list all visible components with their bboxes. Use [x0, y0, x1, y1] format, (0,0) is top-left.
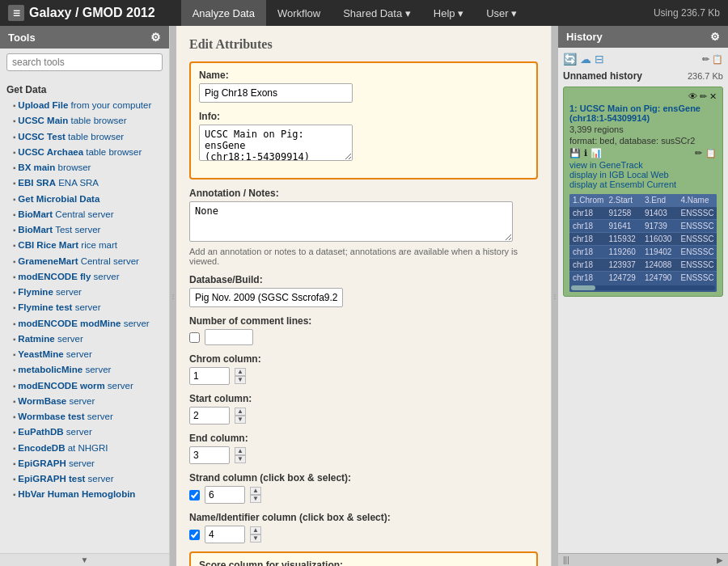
strand-up-arrow[interactable]: ▲ — [250, 487, 261, 495]
history-item-chart-icon[interactable]: 📊 — [590, 148, 602, 158]
comment-lines-label: Number of comment lines: — [189, 315, 538, 327]
chrom-down-arrow[interactable]: ▼ — [235, 376, 246, 384]
history-pencil-icon[interactable]: ✏ — [702, 54, 709, 64]
database-input[interactable] — [189, 288, 343, 307]
history-cloud-icon[interactable]: ☁ — [580, 53, 591, 65]
strand-input[interactable] — [205, 486, 245, 504]
scrollbar-track — [571, 285, 715, 290]
sidebar-link-flymine-test[interactable]: Flymine test server — [6, 300, 163, 315]
name-id-up-arrow[interactable]: ▲ — [250, 526, 261, 534]
history-bottom-right[interactable]: ▶ — [717, 555, 723, 564]
nav-shared-data[interactable]: Shared Data ▾ — [332, 0, 422, 26]
table-row: chr18 123937 124088 ENSSSCT00000017 — [569, 258, 717, 271]
history-refresh-icon[interactable]: 🔄 — [563, 53, 577, 65]
sidebar-link-modencode-worm[interactable]: modENCODE worm server — [6, 378, 163, 394]
start-input[interactable] — [189, 407, 230, 424]
history-gear-icon[interactable]: ⚙ — [710, 31, 720, 43]
annotation-label: Annotation / Notes: — [189, 188, 538, 199]
sidebar-link-flymine[interactable]: Flymine server — [6, 285, 163, 300]
history-item-info-icon[interactable]: ℹ — [584, 148, 587, 158]
name-input[interactable] — [199, 83, 353, 103]
sidebar-link-wormbase-test[interactable]: Wormbase test server — [6, 409, 163, 424]
chrom-up-arrow[interactable]: ▲ — [235, 368, 246, 376]
sidebar-scroll-down[interactable]: ▼ — [0, 553, 169, 566]
display-igb-link[interactable]: display in IGB Local Web — [569, 170, 669, 180]
nav-help[interactable]: Help ▾ — [422, 0, 475, 26]
end-down-arrow[interactable]: ▼ — [235, 455, 246, 463]
page-title: Edit Attributes — [189, 37, 538, 52]
history-item-1: 👁 ✏ ✕ 1: UCSC Main on Pig: ensGene (chr1… — [563, 87, 723, 297]
history-copy-icon[interactable]: 📋 — [712, 54, 723, 64]
strand-down-arrow[interactable]: ▼ — [250, 495, 261, 503]
sidebar-link-wormbase[interactable]: WormBase server — [6, 394, 163, 409]
annotation-group: Annotation / Notes: None Add an annotati… — [189, 188, 538, 266]
sidebar-link-biomart-central[interactable]: BioMart Central server — [6, 207, 163, 222]
nav-analyze-data[interactable]: Analyze Data — [181, 0, 266, 26]
end-up-arrow[interactable]: ▲ — [235, 447, 246, 455]
history-item-copy2-icon[interactable]: 📋 — [705, 148, 717, 158]
history-item-title[interactable]: 1: UCSC Main on Pig: ensGene (chr18:1-54… — [569, 103, 717, 123]
sidebar-link-epigraph[interactable]: EpiGRAPH server — [6, 456, 163, 471]
history-item-eye-icon[interactable]: 👁 — [688, 91, 697, 102]
sidebar-link-gramenemart[interactable]: GrameneMart Central server — [6, 254, 163, 269]
sidebar-gear-icon[interactable]: ⚙ — [150, 31, 161, 44]
sidebar-link-modencode-fly[interactable]: modENCODE fly server — [6, 269, 163, 285]
history-minus-icon[interactable]: ⊟ — [595, 53, 604, 65]
name-id-group: Name/Identifier column (click box & sele… — [189, 512, 538, 543]
table-row: chr18 91641 91739 ENSSSCT00000017 — [569, 219, 717, 232]
topbar: ☰ Galaxy / GMOD 2012 Analyze Data Workfl… — [0, 0, 728, 26]
history-item-edit2-icon[interactable]: ✏ — [695, 148, 702, 158]
nav-workflow[interactable]: Workflow — [266, 0, 332, 26]
sidebar-link-encodedb[interactable]: EncodeDB at NHGRI — [6, 441, 163, 456]
resize-handle-left[interactable]: ⋮ — [170, 26, 176, 566]
info-textarea[interactable]: UCSC Main on Pig: ensGene (chr18:1-54309… — [199, 125, 353, 161]
table-scrollbar[interactable] — [569, 284, 717, 292]
sidebar-link-ucsc-main[interactable]: UCSC Main table browser — [6, 113, 163, 129]
sidebar-link-ucsc-archaea[interactable]: UCSC Archaea table browser — [6, 145, 163, 160]
history-bottom-left: ||| — [563, 555, 569, 564]
sidebar-link-cbi-rice[interactable]: CBI Rice Mart rice mart — [6, 238, 163, 253]
history-item-save-icon[interactable]: 💾 — [569, 148, 581, 158]
start-down-arrow[interactable]: ▼ — [235, 416, 246, 424]
strand-checkbox[interactable] — [189, 490, 200, 501]
chrom-input[interactable] — [189, 367, 230, 385]
view-genetrack-link[interactable]: view in GeneTrack — [569, 160, 643, 170]
chrom-group: Chrom column: ▲ ▼ — [189, 353, 538, 385]
start-up-arrow[interactable]: ▲ — [235, 408, 246, 416]
display-ensembl-link[interactable]: display at Ensembl Current — [569, 180, 676, 189]
sidebar-link-ratmine[interactable]: Ratmine server — [6, 332, 163, 347]
resize-handle-right[interactable]: ⋮ — [552, 26, 558, 566]
sidebar-link-ucsc-test[interactable]: UCSC Test table browser — [6, 129, 163, 145]
sidebar-link-hbvar[interactable]: HbVar Human Hemoglobin — [6, 487, 163, 502]
search-tools-wrap — [0, 49, 169, 76]
search-tools-input[interactable] — [6, 53, 163, 71]
sidebar-link-eupathdb[interactable]: EuPathDB server — [6, 424, 163, 440]
comment-lines-row — [189, 329, 538, 345]
strand-row: ▲ ▼ — [189, 486, 538, 504]
get-data-section-title: Get Data — [6, 84, 163, 95]
end-input[interactable] — [189, 446, 230, 464]
name-id-checkbox[interactable] — [189, 530, 200, 540]
comment-lines-input[interactable] — [205, 329, 253, 345]
name-id-down-arrow[interactable]: ▼ — [250, 534, 261, 543]
nav-user[interactable]: User ▾ — [475, 0, 528, 26]
sidebar-link-ebi-sra[interactable]: EBI SRA ENA SRA — [6, 175, 163, 191]
history-item-edit-icon[interactable]: ✏ — [700, 91, 707, 102]
sidebar-link-epigraph-test[interactable]: EpiGRAPH test server — [6, 471, 163, 487]
annotation-textarea[interactable]: None — [189, 201, 513, 242]
info-field-group: Info: UCSC Main on Pig: ensGene (chr18:1… — [199, 111, 528, 163]
sidebar-link-modencode-modmine[interactable]: modENCODE modMine server — [6, 316, 163, 332]
sidebar-link-microbial[interactable]: Get Microbial Data — [6, 192, 163, 207]
chrom-label: Chrom column: — [189, 353, 538, 365]
history-item-close-icon[interactable]: ✕ — [709, 91, 717, 102]
history-item-action-icons: 👁 ✏ ✕ — [569, 91, 717, 102]
sidebar-link-bx-main[interactable]: BX main browser — [6, 160, 163, 175]
sidebar-link-yeastmine[interactable]: YeastMine server — [6, 347, 163, 362]
sidebar-content: Get Data Upload File from your computer … — [0, 76, 169, 553]
table-row: chr18 91258 91403 ENSSSCT00000017 — [569, 206, 717, 219]
sidebar-link-biomart-test[interactable]: BioMart Test server — [6, 222, 163, 238]
comment-lines-checkbox[interactable] — [189, 332, 200, 343]
sidebar-link-metabolicmine[interactable]: metabolicMine server — [6, 362, 163, 378]
name-id-input[interactable] — [205, 526, 245, 543]
sidebar-link-upload[interactable]: Upload File from your computer — [6, 98, 163, 113]
